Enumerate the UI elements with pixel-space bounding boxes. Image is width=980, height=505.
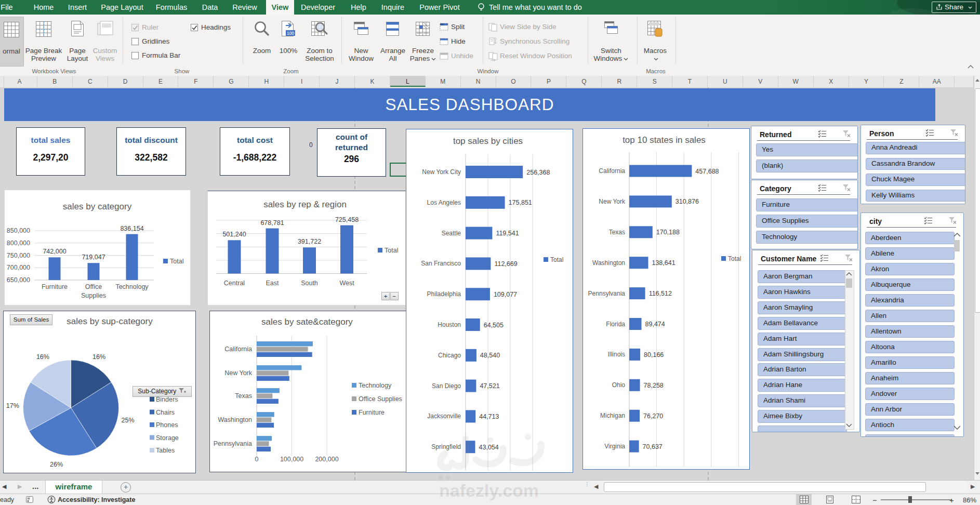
slicer-clear-filter-button[interactable]: [842, 184, 851, 194]
macros-button[interactable]: Macros: [639, 17, 671, 65]
add-sheet-icon[interactable]: +: [121, 482, 131, 493]
column-header-V[interactable]: V: [743, 76, 778, 87]
slicer-returned[interactable]: ReturnedYes(blank): [751, 126, 858, 179]
slicer-item[interactable]: Aaron Bergman: [758, 270, 847, 283]
slicer-item[interactable]: Aimee Bixby: [758, 410, 847, 423]
slicer-category[interactable]: CategoryFurnitureOffice SuppliesTechnolo…: [751, 180, 858, 249]
column-header-A[interactable]: A: [2, 76, 37, 87]
slicer-multiselect-button[interactable]: [925, 129, 935, 139]
slicer-item[interactable]: Allen: [865, 310, 955, 322]
slicer-person[interactable]: PersonAnna AndreadiCassandra BrandowChuc…: [860, 125, 965, 204]
vertical-scrollbar[interactable]: [974, 76, 980, 480]
column-header-partial[interactable]: [955, 76, 974, 87]
zoom-out-icon[interactable]: −: [872, 496, 877, 504]
sheet-nav-right-icon[interactable]: ▶: [18, 483, 22, 490]
slicer-item[interactable]: Anaheim: [865, 372, 955, 384]
slicer-clear-filter-button[interactable]: [948, 217, 957, 227]
slicer-item[interactable]: Chuck Magee: [866, 174, 965, 186]
pivot-field-button[interactable]: Sum of Sales: [10, 314, 52, 325]
chart-top-10-states-in-sales[interactable]: top 10 states in salesCalifornia457,688N…: [582, 128, 750, 470]
sheet-nav-left-icon[interactable]: ◀: [2, 483, 6, 490]
chart-sales-by-state-category[interactable]: sales by sate&category0100,000200,000Cal…: [209, 311, 406, 472]
slicer-item[interactable]: Altoona: [865, 341, 955, 353]
hscroll-thumb[interactable]: [604, 482, 926, 492]
ribbon-tab-view[interactable]: View: [272, 0, 289, 15]
clear-filter-icon[interactable]: [842, 130, 851, 138]
accessibility-icon[interactable]: [47, 496, 56, 503]
multi-select-icon[interactable]: [924, 217, 933, 224]
column-header-W[interactable]: W: [778, 76, 814, 87]
hscroll-track[interactable]: [603, 481, 966, 493]
slicer-scrollbar[interactable]: [845, 270, 854, 430]
column-header-AA[interactable]: AA: [919, 76, 955, 87]
column-header-F[interactable]: F: [179, 76, 214, 87]
pivot-expand-button[interactable]: +: [381, 292, 390, 300]
slicer-item[interactable]: Kelly Williams: [866, 190, 965, 202]
column-header-X[interactable]: X: [814, 76, 849, 87]
slicer-item[interactable]: Adrian Shami: [758, 394, 847, 407]
column-header-H[interactable]: H: [249, 76, 284, 87]
ribbon-tab-help[interactable]: Help: [351, 0, 366, 15]
slicer-clear-filter-button[interactable]: [844, 254, 853, 264]
collapse-ribbon-icon[interactable]: [968, 64, 974, 70]
ribbon-tab-file[interactable]: File: [1, 0, 12, 15]
slicer-item[interactable]: Office Supplies: [756, 215, 858, 228]
clear-filter-icon[interactable]: [844, 254, 853, 262]
column-header-N[interactable]: N: [461, 76, 496, 87]
headings-checkbox[interactable]: Headings: [191, 23, 253, 31]
ribbon-tab-page-layout[interactable]: Page Layout: [101, 0, 143, 15]
column-header-C[interactable]: C: [73, 76, 108, 87]
slicer-item[interactable]: Amarillo: [865, 356, 955, 369]
ribbon-tab-review[interactable]: Review: [232, 0, 257, 15]
slicer-item[interactable]: Andover: [865, 388, 955, 400]
checkbox-box[interactable]: [131, 52, 139, 59]
slicer-item[interactable]: Alexandria: [865, 294, 955, 307]
ribbon-tab-insert[interactable]: Insert: [68, 0, 87, 15]
clear-filter-icon[interactable]: [948, 217, 957, 224]
slicer-scroll-thumb[interactable]: [846, 278, 852, 288]
column-header-P[interactable]: P: [532, 76, 567, 87]
column-header-E[interactable]: E: [143, 76, 179, 87]
view-normal-icon[interactable]: [800, 496, 809, 503]
zoom-in-icon[interactable]: +: [949, 496, 954, 504]
normal-view-button[interactable]: ormal: [0, 17, 24, 67]
pivot-collapse-button[interactable]: −: [390, 292, 399, 300]
clear-filter-icon[interactable]: [950, 129, 959, 137]
column-header-O[interactable]: O: [496, 76, 532, 87]
hscroll-left-icon[interactable]: ◀: [594, 483, 598, 490]
vscroll-thumb[interactable]: [975, 88, 980, 313]
scroll-up-icon[interactable]: [846, 272, 852, 276]
multi-select-icon[interactable]: [818, 130, 827, 138]
column-header-S[interactable]: S: [637, 76, 672, 87]
column-header-J[interactable]: J: [320, 76, 355, 87]
slicer-clear-filter-button[interactable]: [842, 130, 851, 140]
slicer-item[interactable]: Adrian Hane: [758, 379, 847, 392]
slicer-item[interactable]: Cassandra Brandow: [866, 158, 965, 170]
hscroll-right-icon[interactable]: ▶: [971, 483, 975, 490]
slicer-item[interactable]: Akron: [865, 263, 955, 275]
ribbon-tab-power-pivot[interactable]: Power Pivot: [419, 0, 459, 15]
column-header-G[interactable]: G: [214, 76, 249, 87]
slicer-multiselect-button[interactable]: [924, 217, 933, 227]
slicer-item[interactable]: Adam Shillingsburg: [758, 348, 847, 361]
scroll-up-icon[interactable]: [953, 233, 961, 237]
column-header-Q[interactable]: Q: [566, 76, 602, 87]
slicer-item[interactable]: Technology: [756, 231, 858, 244]
sheet-tab-wireframe[interactable]: wireframe: [45, 481, 102, 495]
scroll-down-icon[interactable]: [846, 423, 852, 428]
clear-filter-icon[interactable]: [842, 184, 851, 192]
page-break-preview-button[interactable]: Page BreakPreview: [24, 17, 63, 65]
column-header-D[interactable]: D: [108, 76, 143, 87]
column-header-U[interactable]: U: [708, 76, 743, 87]
switch-windows-button[interactable]: SwitchWindows: [589, 17, 633, 65]
zoom-to-selection-button[interactable]: Zoom toSelection: [301, 17, 338, 65]
slicer-multiselect-button[interactable]: [818, 184, 827, 194]
slicer-city[interactable]: cityAberdeenAbileneAkronAlbuquerqueAlexa…: [860, 212, 964, 437]
slicer-item-partial[interactable]: [865, 434, 955, 437]
status-zoom-level[interactable]: 86%: [963, 496, 976, 504]
pivot-filter-button[interactable]: Sub-Category: [133, 386, 192, 397]
view-page-layout-icon[interactable]: [826, 496, 834, 503]
formula-bar-checkbox[interactable]: Formula Bar: [131, 51, 194, 59]
ribbon-tab-developer[interactable]: Developer: [301, 0, 335, 15]
chart-top-sales-by-cities[interactable]: top sales by citiesNew York City256,368L…: [406, 129, 573, 473]
